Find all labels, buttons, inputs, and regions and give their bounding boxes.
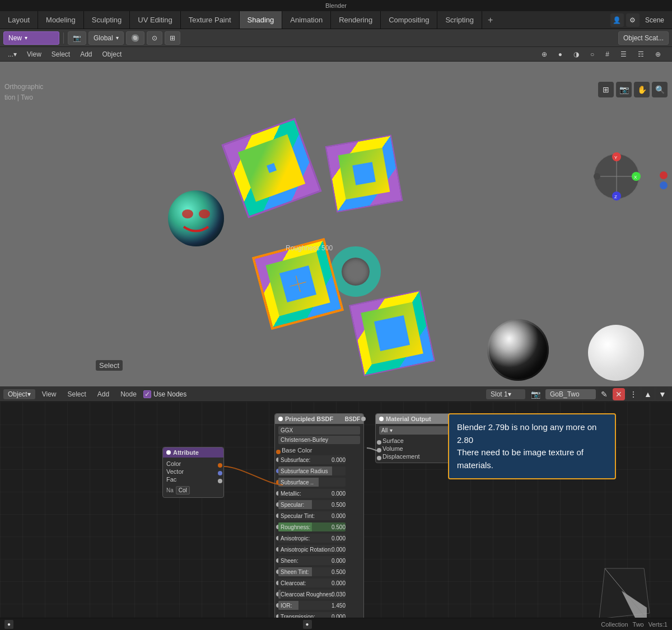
principled-bsdf-node[interactable]: Principled BSDF BSDF GGX Christensen-Bur… (274, 413, 364, 630)
edit-material-btn[interactable]: ✎ (598, 388, 610, 400)
grid-view-btn[interactable]: ⊞ (598, 82, 614, 97)
view-menu[interactable]: View (22, 49, 46, 59)
anisotropic-row: Anisotropic:0.000 (278, 533, 360, 544)
proportional-btn[interactable]: ⊙ (147, 31, 162, 45)
tab-shading[interactable]: Shading (240, 11, 283, 29)
delete-material-btn[interactable]: ✕ (613, 388, 625, 400)
tab-sculpting[interactable]: Sculpting (84, 11, 130, 29)
tab-texture-paint[interactable]: Texture Paint (181, 11, 240, 29)
zoom-btn[interactable]: 🔍 (652, 82, 668, 97)
node-editor-type-btn[interactable]: Object▾ (3, 389, 35, 399)
collection-label: Collection (601, 621, 628, 628)
volume-input-socket[interactable] (377, 448, 381, 452)
sheen-row: Sheen:0.000 (278, 555, 360, 566)
scroll-up-btn[interactable]: ▲ (642, 388, 654, 400)
node-editor-header: Object▾ View Select Add Node ✓ Use Nodes… (0, 386, 672, 402)
tab-scripting[interactable]: Scripting (437, 11, 482, 29)
metallic-slider[interactable]: Metallic:0.000 (278, 489, 346, 498)
viewport-nav-1[interactable]: # (601, 49, 614, 59)
title-text: Blender (325, 2, 347, 9)
slot-dropdown[interactable]: Slot 1▾ (486, 389, 525, 399)
viewport-overlay-btn[interactable]: ⊕ (537, 49, 552, 59)
viewport-nav-4[interactable]: ⊕ (651, 49, 665, 59)
material-name-field[interactable]: GoB_Two (545, 389, 596, 399)
viewport-3d[interactable]: Orthographic tion | Two ⊞ 📷 ✋ 🔍 Y X Z (0, 62, 672, 386)
ior-slider[interactable]: IOR:1.450 (278, 601, 346, 610)
attr-vector-socket[interactable] (218, 471, 222, 475)
subsurface-radius-row: Subsurface Radius (278, 465, 360, 477)
tab-modeling[interactable]: Modeling (38, 11, 84, 29)
attribute-node-dot (166, 450, 171, 455)
svg-point-12 (489, 321, 547, 379)
right-gizmos: ⊞ 📷 ✋ 🔍 Y X Z (598, 82, 668, 189)
subsurface-radius-slider[interactable]: Subsurface Radius (278, 466, 346, 475)
specular-tint-slider[interactable]: Specular Tint:0.000 (278, 511, 346, 520)
use-nodes-checkbox[interactable]: ✓ (143, 390, 151, 398)
anisotropic-rot-slider[interactable]: Anisotropic Rotation:0.000 (278, 545, 346, 554)
viewport-shading-solid[interactable]: ● (554, 49, 567, 59)
global-dropdown[interactable]: Global (88, 31, 124, 45)
snapping-btn[interactable]: 🔘 (126, 31, 144, 45)
sheen-tint-slider[interactable]: Sheen Tint:0.500 (278, 567, 346, 576)
base-color-input-socket[interactable] (276, 450, 281, 454)
node-editor[interactable]: Object▾ View Select Add Node ✓ Use Nodes… (0, 386, 672, 630)
viewport-nav-2[interactable]: ☰ (616, 49, 631, 59)
surface-input-row: Surface (379, 437, 450, 445)
add-menu[interactable]: Add (76, 49, 96, 59)
select-menu[interactable]: Select (47, 49, 74, 59)
scroll-down-btn[interactable]: ▼ (656, 388, 669, 400)
node-node-menu[interactable]: Node (116, 389, 141, 399)
bsdf-output-socket[interactable] (361, 417, 366, 421)
anisotropic-slider[interactable]: Anisotropic:0.000 (278, 534, 346, 543)
subsurface-color-slider[interactable]: Subsurface .. (278, 478, 346, 487)
material-options-btn[interactable]: ⋮ (627, 388, 640, 400)
object-scatter-btn[interactable]: Object Scat... (618, 31, 669, 45)
cube-top-right (325, 134, 403, 212)
tab-animation[interactable]: Animation (282, 11, 331, 29)
attr-name-input[interactable]: Col (176, 486, 190, 494)
roughness-slider[interactable]: Roughness:0.500 (278, 522, 346, 531)
subsurface-method-dropdown[interactable]: Christensen-Burley (278, 436, 360, 444)
clearcoat-slider[interactable]: Clearcoat:0.000 (278, 578, 346, 587)
snap-options-btn[interactable]: ⊞ (165, 31, 180, 45)
editor-type-btn[interactable]: 📷 (68, 31, 86, 45)
attr-color-socket[interactable] (218, 463, 222, 468)
node-canvas[interactable]: Attribute Color Vector Fac Na Col (0, 402, 672, 630)
node-select-menu[interactable]: Select (63, 389, 90, 399)
workspace-icon-1[interactable]: 👤 (610, 13, 624, 27)
camera-icon[interactable]: 📷 (530, 389, 541, 400)
viewport-shading-rendered[interactable]: ○ (586, 49, 599, 59)
tab-uv-editing[interactable]: UV Editing (130, 11, 180, 29)
specular-slider[interactable]: Specular:0.500 (278, 500, 346, 509)
tab-rendering[interactable]: Rendering (331, 11, 381, 29)
subsurface-slider[interactable]: Subsurface:0.000 (278, 455, 346, 464)
surface-input-socket[interactable] (377, 440, 381, 445)
camera-view-btn[interactable]: 📷 (616, 82, 632, 97)
use-nodes-toggle[interactable]: ✓ Use Nodes (143, 390, 186, 398)
specular-tint-row: Specular Tint:0.000 (278, 510, 360, 521)
attribute-node[interactable]: Attribute Color Vector Fac Na Col (162, 447, 224, 498)
object-menu[interactable]: Object (98, 49, 127, 59)
sheen-slider[interactable]: Sheen:0.000 (278, 556, 346, 565)
workspace-icon-2[interactable]: ⚙ (626, 13, 640, 27)
distribution-dropdown[interactable]: GGX (278, 426, 360, 435)
clearcoat-rough-slider[interactable]: Clearcoat Roughnes:0.030 (278, 590, 346, 599)
displacement-socket[interactable] (377, 456, 381, 460)
navigation-gizmo[interactable]: Y X Z (591, 151, 642, 202)
node-add-menu[interactable]: Add (93, 389, 114, 399)
all-dropdown[interactable]: All▾ (379, 426, 450, 435)
attr-color-row: Color (166, 460, 220, 468)
add-workspace-btn[interactable]: + (482, 13, 498, 27)
node-view-menu[interactable]: View (38, 389, 61, 399)
pan-view-btn[interactable]: ✋ (634, 82, 650, 97)
attr-fac-socket[interactable] (218, 479, 222, 483)
editor-type-menu[interactable]: ...▾ (3, 49, 21, 59)
material-output-node[interactable]: Material Output All▾ Surface Volume Disp… (375, 413, 454, 463)
roughness-row: Roughness:0.500 (278, 521, 360, 533)
viewport-nav-3[interactable]: ☶ (633, 49, 648, 59)
viewport-shading-material[interactable]: ◑ (569, 49, 584, 59)
new-dropdown[interactable]: New (3, 31, 59, 45)
tab-layout[interactable]: Layout (0, 11, 38, 29)
tab-compositing[interactable]: Compositing (381, 11, 437, 29)
second-select-label[interactable]: Select (96, 360, 123, 371)
